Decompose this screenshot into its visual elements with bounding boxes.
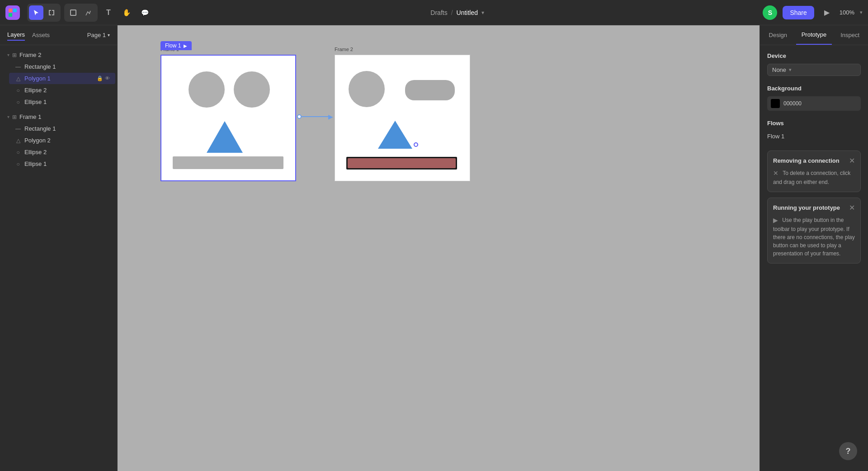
tooltip-removing-body: ✕ To delete a connection, click and drag…	[773, 169, 855, 186]
f2-polygon-shape	[378, 121, 412, 149]
f2-ellipse1-shape	[349, 71, 385, 107]
toolbar-right: S Share ▶ 100% ▾	[763, 5, 863, 20]
frame2-children: — Rectangle 1 △ Polygon 1 🔒 👁 ○ Ellipse …	[7, 61, 117, 108]
vector-tool[interactable]	[81, 5, 96, 20]
svg-rect-2	[9, 13, 12, 17]
app-logo[interactable]	[5, 5, 20, 20]
hand-tool[interactable]: ✋	[119, 5, 134, 20]
lock-icon[interactable]: 🔒	[97, 75, 103, 81]
f1-ellipse1-icon: ○	[14, 161, 22, 167]
flow-badge[interactable]: Flow 1 ▶	[160, 41, 192, 50]
select-tool[interactable]	[29, 5, 43, 20]
tool-group-shapes	[64, 4, 98, 22]
toolbar-title-area: Drafts / Untitled ▾	[156, 9, 759, 16]
page-label: Page 1	[87, 32, 106, 38]
tooltip-removing-title: Removing a connection	[773, 157, 840, 164]
svg-rect-1	[13, 9, 17, 12]
left-panel: Layers Assets Page 1 ▾ ▾ ⊞ Frame 2 — Rec…	[0, 25, 118, 471]
flows-section: Flows Flow 1	[767, 120, 861, 141]
frame2-ellipse1-label: Ellipse 1	[24, 99, 110, 105]
document-title[interactable]: Untitled	[457, 9, 478, 16]
f2-connection-point	[414, 142, 418, 147]
frame1-ellipse2[interactable]: ○ Ellipse 2	[9, 146, 115, 158]
toolbar: T ✋ 💬 Drafts / Untitled ▾ S Share ▶ 100%…	[0, 0, 868, 25]
background-row[interactable]: 000000	[767, 96, 861, 111]
tooltip-removing-header: Removing a connection ✕	[773, 156, 855, 165]
connection-arrow: ▶	[297, 113, 333, 120]
conn-line	[302, 116, 328, 117]
frame1-content	[161, 56, 295, 180]
frame1-box[interactable]	[160, 55, 296, 181]
frame1-ellipse1-label: Ellipse 1	[24, 160, 110, 167]
tab-inspect[interactable]: Inspect	[832, 25, 868, 45]
tooltip-running-header: Running your prototype ✕	[773, 203, 855, 212]
svg-rect-3	[13, 13, 17, 17]
help-button[interactable]: ?	[839, 442, 857, 460]
svg-rect-10	[71, 10, 76, 15]
frame2-rectangle1[interactable]: — Rectangle 1	[9, 61, 115, 72]
device-selector[interactable]: None ▾	[767, 64, 861, 76]
zoom-chevron[interactable]: ▾	[860, 9, 863, 15]
frame-tool[interactable]	[44, 5, 59, 20]
frame1-polygon2[interactable]: △ Polygon 2	[9, 135, 115, 146]
play-button[interactable]: ▶	[820, 5, 834, 20]
svg-rect-9	[53, 10, 54, 15]
tool-group-select	[27, 4, 61, 22]
frame1-header[interactable]: ▾ ⊞ Frame 1	[2, 111, 115, 122]
tooltip-running-prototype: Running your prototype ✕ ▶ Use the play …	[767, 198, 861, 264]
svg-rect-0	[9, 9, 12, 12]
tab-assets[interactable]: Assets	[32, 30, 50, 40]
bg-color-swatch[interactable]	[771, 99, 780, 108]
drafts-label: Drafts	[430, 9, 447, 16]
text-tool[interactable]: T	[101, 5, 116, 20]
frame2-box[interactable]	[335, 55, 470, 181]
f2-rect-dark	[346, 157, 457, 170]
device-chevron: ▾	[789, 67, 792, 73]
conn-arrowhead: ▶	[328, 113, 333, 120]
user-avatar[interactable]: S	[763, 5, 777, 20]
canvas[interactable]: Frame 1 Flow 1 ▶	[118, 25, 760, 471]
f1-ellipse2-icon: ○	[14, 149, 22, 155]
tab-design[interactable]: Design	[760, 25, 796, 45]
flow-badge-play-icon[interactable]: ▶	[184, 43, 187, 48]
tooltip-running-close[interactable]: ✕	[849, 203, 855, 212]
tab-prototype[interactable]: Prototype	[796, 25, 832, 45]
eye-icon[interactable]: 👁	[105, 75, 110, 81]
frame1-poly2-label: Polygon 2	[24, 137, 110, 144]
tooltip-removing-icon: ✕	[773, 169, 778, 178]
polygon-icon: △	[14, 75, 22, 82]
layer-actions: 🔒 👁	[97, 75, 110, 81]
frame2-rect1-label: Rectangle 1	[24, 63, 110, 70]
device-title: Device	[767, 52, 861, 59]
frame2-ellipse2[interactable]: ○ Ellipse 2	[9, 85, 115, 96]
frame2-expand: ▾	[7, 52, 9, 57]
frame2-ellipse1[interactable]: ○ Ellipse 1	[9, 96, 115, 108]
tab-layers[interactable]: Layers	[7, 29, 25, 41]
frame1-ellipse1[interactable]: ○ Ellipse 1	[9, 158, 115, 170]
comment-tool[interactable]: 💬	[137, 5, 152, 20]
f2-ellipse-pill-shape	[405, 80, 455, 100]
svg-rect-8	[49, 10, 50, 15]
conn-start-dot	[297, 114, 302, 119]
device-label: None	[772, 66, 786, 73]
frame1-expand: ▾	[7, 114, 9, 119]
flow1-item[interactable]: Flow 1	[767, 131, 861, 141]
frame1-rectangle1[interactable]: — Rectangle 1	[9, 123, 115, 134]
tooltip-removing-close[interactable]: ✕	[849, 156, 855, 165]
rect-icon: —	[14, 64, 22, 70]
share-button[interactable]: Share	[783, 6, 814, 19]
tooltip-removing-text: To delete a connection, click and drag o…	[773, 170, 850, 185]
title-chevron[interactable]: ▾	[481, 9, 484, 16]
frame2-polygon1[interactable]: △ Polygon 1 🔒 👁	[9, 73, 115, 84]
frame2-header[interactable]: ▾ ⊞ Frame 2	[2, 49, 115, 61]
f1-polygon-shape	[207, 121, 243, 153]
frame1-children: — Rectangle 1 △ Polygon 2 ○ Ellipse 2 ○ …	[7, 123, 117, 170]
page-selector[interactable]: Page 1 ▾	[87, 32, 110, 38]
background-section: Background 000000	[767, 85, 861, 111]
device-section: Device None ▾	[767, 52, 861, 76]
frame1-icon: ⊞	[12, 114, 17, 120]
zoom-level[interactable]: 100%	[840, 9, 854, 16]
shape-tool[interactable]	[66, 5, 80, 20]
tooltip-running-text: Use the play button in the toolbar to pl…	[773, 217, 855, 257]
layer-list: ▾ ⊞ Frame 2 — Rectangle 1 △ Polygon 1 🔒 …	[0, 45, 117, 471]
